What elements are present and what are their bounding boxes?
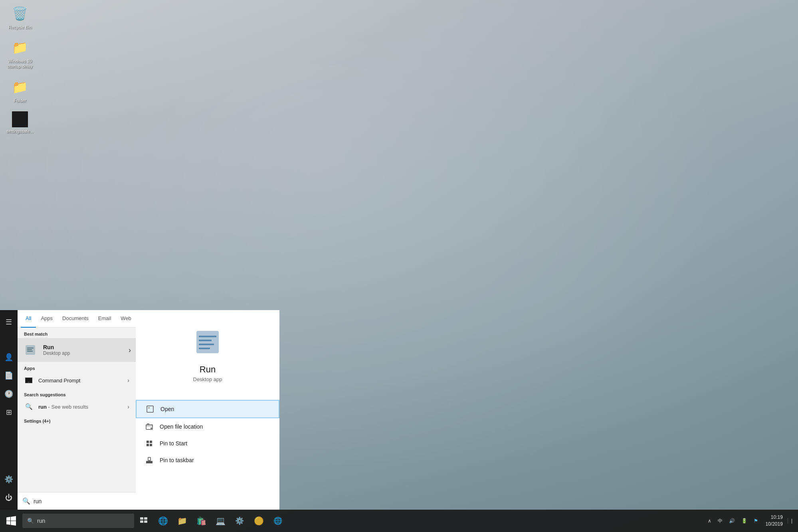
tab-apps[interactable]: Apps [36, 310, 57, 328]
pin-to-taskbar-menu-item[interactable]: Pin to taskbar [136, 452, 279, 469]
best-match-item[interactable]: Run Desktop app › [18, 338, 136, 362]
explorer-icon: 📁 [177, 516, 187, 526]
suggestion-run-item[interactable]: 🔍 run - See web results › [18, 399, 136, 415]
settings-icon: ⚙️ [235, 516, 244, 525]
run-app-icon [22, 342, 38, 358]
suggestion-text: run - See web results [38, 404, 127, 410]
open-menu-item[interactable]: Open [136, 400, 279, 418]
clock-date: 10/2019 [765, 521, 782, 528]
settings-section-label: Settings (4+) [18, 415, 136, 425]
open-menu-icon [146, 405, 154, 413]
task-manager-button[interactable]: 💻 [211, 510, 230, 532]
windows-flag-icon[interactable]: ⚑ [751, 518, 760, 524]
store-button[interactable]: 🛍️ [192, 510, 211, 532]
svg-rect-18 [146, 461, 152, 463]
suggestion-secondary: - See web results [48, 404, 88, 410]
open-menu-label: Open [160, 406, 174, 412]
svg-rect-7 [199, 344, 214, 345]
settings-safer-icon [12, 111, 28, 127]
pin-to-start-menu-item[interactable]: Pin to Start [136, 435, 279, 452]
svg-rect-3 [27, 351, 33, 352]
start-sidebar: ☰ 👤 📄 🕐 ⊞ ⚙️ ⏻ [0, 310, 18, 510]
context-menu: Open Open file location [136, 400, 279, 469]
search-icon: 🔍 [22, 497, 30, 505]
power-icon[interactable]: ⏻ [0, 489, 18, 506]
pin-to-taskbar-icon [145, 457, 153, 464]
network-status-icon[interactable]: 🔊 [727, 518, 737, 524]
task-view-icon [140, 517, 148, 525]
tab-all[interactable]: All [21, 310, 36, 328]
search-input[interactable] [34, 498, 131, 504]
best-match-label: Best match [18, 328, 136, 338]
recent-nav-icon[interactable]: 🕐 [0, 385, 18, 403]
chrome-button[interactable]: 🟡 [249, 510, 268, 532]
store-icon: 🛍️ [196, 516, 206, 526]
task-view-button[interactable] [134, 510, 153, 532]
settings-nav-icon[interactable]: ⚙️ [0, 471, 18, 488]
clock-time: 10:19 [765, 514, 782, 521]
notification-chevron[interactable]: ∧ [705, 518, 714, 524]
desktop-icon-folder[interactable]: 📁 Folder [4, 77, 36, 103]
svg-rect-19 [148, 457, 150, 461]
svg-rect-6 [199, 340, 212, 341]
app-detail-panel: Run Desktop app Open [136, 310, 279, 510]
app-detail-header: Run Desktop app [136, 310, 279, 400]
run-detail-type: Desktop app [193, 376, 222, 382]
open-file-location-menu-item[interactable]: Open file location [136, 418, 279, 435]
user-icon[interactable]: 👤 [0, 348, 18, 366]
tab-documents[interactable]: Documents [57, 310, 93, 328]
best-match-name: Run [43, 344, 129, 350]
run-detail-icon [192, 326, 224, 358]
search-suggestion-icon: 🔍 [24, 402, 34, 411]
language-indicator[interactable]: 中 [715, 518, 725, 524]
edge-browser-button[interactable]: 🌐 [153, 510, 172, 532]
svg-rect-21 [140, 517, 143, 520]
search-input-bar: 🔍 [18, 492, 136, 510]
command-prompt-item[interactable]: _ Command Prompt › [18, 372, 136, 388]
start-button[interactable] [0, 510, 22, 532]
hamburger-menu-icon[interactable]: ☰ [0, 313, 18, 331]
volume-icon[interactable]: 🔋 [739, 518, 750, 524]
windows-logo-icon [6, 516, 16, 526]
task-manager-icon: 💻 [216, 516, 226, 526]
svg-rect-15 [150, 441, 152, 443]
folder-label: Folder [14, 98, 26, 103]
apps-section-label: Apps [18, 362, 136, 372]
apps-grid-icon[interactable]: ⊞ [0, 403, 18, 421]
search-results-panel: All Apps Documents Email Web More ▾ Feed… [18, 310, 136, 510]
documents-nav-icon[interactable]: 📄 [0, 367, 18, 384]
start-area: ☰ 👤 📄 🕐 ⊞ ⚙️ ⏻ All Apps Documents Email … [0, 310, 279, 510]
pin-to-start-icon [145, 440, 153, 447]
taskbar-search-bar[interactable]: 🔍 run [22, 514, 134, 528]
desktop-icon-settings-safer[interactable]: settingssafe... [4, 111, 36, 134]
pin-to-start-label: Pin to Start [160, 440, 187, 447]
show-desktop-button[interactable]: | [788, 518, 795, 524]
svg-rect-17 [150, 444, 152, 446]
command-prompt-label: Command Prompt [38, 378, 127, 384]
search-suggestions-label: Search suggestions [18, 388, 136, 399]
settings-safer-label: settingssafe... [6, 129, 34, 134]
svg-rect-4 [196, 331, 219, 353]
settings-button[interactable]: ⚙️ [230, 510, 249, 532]
taskbar-right: ∧ 中 🔊 🔋 ⚑ 10:19 10/2019 | [705, 514, 798, 528]
suggestion-arrow-icon: › [127, 403, 129, 410]
best-match-arrow-icon: › [129, 346, 131, 354]
svg-rect-23 [140, 520, 143, 523]
taskbar: 🔍 run 🌐 📁 🛍️ 💻 ⚙️ 🟡 🌐 ∧ 中 🔊 🔋 ⚑ [0, 510, 798, 532]
taskbar-search-text: run [37, 518, 45, 524]
recycle-bin-label: Recycle Bin [8, 25, 32, 30]
open-file-location-label: Open file location [160, 423, 203, 430]
svg-rect-2 [27, 349, 32, 350]
tab-email[interactable]: Email [93, 310, 116, 328]
taskbar-search-icon: 🔍 [27, 518, 34, 524]
desktop-icon-win10startup[interactable]: 📁 Windows 10startup delay [4, 38, 36, 69]
tab-web[interactable]: Web [116, 310, 136, 328]
file-explorer-button[interactable]: 📁 [172, 510, 192, 532]
svg-rect-24 [144, 520, 147, 523]
suggestion-query: run [38, 404, 47, 410]
svg-rect-9 [147, 406, 153, 412]
taskbar-clock[interactable]: 10:19 10/2019 [762, 514, 786, 528]
search-results: Best match Run Desktop app › Apps [18, 328, 136, 492]
network-button[interactable]: 🌐 [268, 510, 287, 532]
desktop-icon-recycle-bin[interactable]: 🗑️ Recycle Bin [4, 4, 36, 30]
